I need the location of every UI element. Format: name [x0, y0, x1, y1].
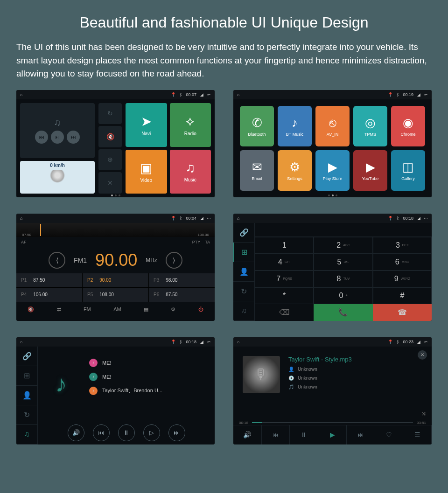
home-icon[interactable]: ⌂	[20, 92, 22, 97]
power-button[interactable]: ⏻	[198, 306, 203, 312]
progress-bar[interactable]	[252, 422, 413, 423]
next-button[interactable]: ⏭	[347, 425, 375, 444]
preset-p1[interactable]: P187.50	[16, 273, 82, 287]
mute-button[interactable]: 🔇	[98, 126, 122, 147]
prev-button[interactable]: ⏮	[35, 131, 48, 144]
link-tab[interactable]: 🔗	[233, 223, 254, 243]
recents-tab[interactable]: ↻	[16, 405, 37, 425]
preset-p2[interactable]: P290.00	[83, 273, 148, 287]
key-#[interactable]: #	[373, 287, 432, 304]
back-icon[interactable]: ⤺	[424, 92, 428, 97]
home-icon[interactable]: ⌂	[20, 340, 22, 344]
volume-button[interactable]: 🔊	[68, 424, 84, 441]
bluetooth-app[interactable]: ✆Bluetooth	[240, 106, 274, 146]
favorite-button[interactable]: ♡	[375, 425, 404, 444]
track-item[interactable]: ♪Taylor Swift、Brendon U...	[89, 387, 210, 395]
dial-end: 108.00	[198, 233, 209, 237]
key-5[interactable]: 5JKL	[314, 254, 372, 271]
call-button[interactable]: 📞	[314, 304, 372, 321]
refresh-button[interactable]: ↻	[98, 103, 122, 125]
preset-p4[interactable]: P4106.00	[16, 288, 82, 302]
video-app[interactable]: ▣Video	[126, 150, 167, 194]
scan-button[interactable]: ⇄	[57, 306, 61, 312]
home-icon[interactable]: ⌂	[237, 340, 239, 344]
key-4[interactable]: 4GHI	[255, 254, 314, 271]
music-app[interactable]: ♫Music	[170, 150, 211, 194]
close-button[interactable]: ✕	[418, 350, 427, 360]
fm-button[interactable]: FM	[84, 306, 91, 312]
eq-button[interactable]: ⚙	[171, 306, 175, 312]
next-button[interactable]: ⏭	[67, 131, 80, 144]
dialpad-tab[interactable]: ⊞	[16, 366, 37, 386]
avin-app[interactable]: ⎋AV_IN	[315, 106, 350, 146]
pause-button[interactable]: ⏸	[290, 425, 318, 444]
prev-button[interactable]: ⏮	[262, 425, 290, 444]
back-icon[interactable]: ⤺	[207, 216, 211, 221]
pty-toggle[interactable]: PTY	[192, 240, 201, 244]
radio-app[interactable]: ⟡Radio	[170, 103, 211, 147]
seek-down-button[interactable]: ⟨	[49, 252, 65, 269]
gallery-app[interactable]: ◫Gallery	[391, 150, 425, 191]
speed-widget[interactable]: 0 km/h	[20, 161, 95, 194]
pause-button[interactable]: ⏸	[118, 424, 135, 441]
key-2[interactable]: 2ABC	[314, 237, 372, 254]
hangup-button[interactable]: ☎	[373, 304, 432, 321]
frequency-dial[interactable]: 87.50 108.00	[16, 223, 215, 237]
play-button[interactable]: ▷	[143, 424, 160, 441]
home-icon[interactable]: ⌂	[20, 216, 22, 221]
media-widget[interactable]: ♫ ⏮ ⏯ ⏭	[20, 103, 95, 158]
back-icon[interactable]: ⤺	[424, 340, 428, 344]
tpms-app[interactable]: ◎TPMS	[353, 106, 387, 146]
contacts-tab[interactable]: 👤	[233, 262, 254, 282]
track-item[interactable]: ♪ME!	[89, 373, 210, 381]
am-button[interactable]: AM	[113, 306, 121, 312]
status-bar: ⌂ 📍ᛒ00:07◢⤺	[16, 90, 215, 99]
preset-p3[interactable]: P398.00	[149, 273, 215, 287]
key-9[interactable]: 9WXYZ	[373, 271, 432, 287]
youtube-app[interactable]: ▶YouTube	[353, 150, 387, 191]
close-button[interactable]: ✕	[98, 172, 122, 194]
navi-app[interactable]: ➤Navi	[126, 103, 167, 147]
music-tab[interactable]: ♫	[233, 301, 254, 321]
email-app[interactable]: ✉Email	[240, 150, 274, 191]
dialpad-tab[interactable]: ⊞	[233, 243, 254, 262]
play-pause-button[interactable]: ⏯	[51, 131, 64, 144]
music-tab[interactable]: ♫	[16, 425, 37, 444]
chrome-app[interactable]: ◉Chrome	[391, 106, 425, 146]
key-8[interactable]: 8TUV	[314, 271, 372, 287]
mute-button[interactable]: 🔇	[28, 306, 34, 312]
seek-up-button[interactable]: ⟩	[166, 252, 182, 269]
link-tab[interactable]: 🔗	[16, 347, 37, 366]
key-*[interactable]: *	[255, 287, 314, 304]
key-6[interactable]: 6MNO	[373, 254, 432, 271]
key-0[interactable]: 0+	[314, 287, 372, 304]
settings-app[interactable]: ⚙Settings	[278, 150, 312, 191]
prev-button[interactable]: ⏮	[93, 424, 110, 441]
btmusic-app[interactable]: ♪BT Music	[278, 106, 312, 146]
play-button[interactable]: ▶	[318, 425, 347, 444]
key-7[interactable]: 7PQRS	[255, 271, 314, 287]
ta-toggle[interactable]: TA	[205, 240, 210, 244]
af-toggle[interactable]: AF	[21, 240, 27, 244]
preset-p5[interactable]: P5108.00	[83, 288, 148, 302]
back-icon[interactable]: ⤺	[207, 340, 211, 344]
playlist-button[interactable]: ☰	[403, 425, 432, 444]
contacts-tab[interactable]: 👤	[16, 386, 37, 405]
home-launcher-screen: ⌂ 📍ᛒ00:07◢⤺ ♫ ⏮ ⏯ ⏭ 0 km/h	[16, 90, 215, 197]
back-icon[interactable]: ⤺	[207, 92, 211, 97]
key-3[interactable]: 3DEF	[373, 237, 432, 254]
brightness-button[interactable]: ⊕	[98, 149, 122, 171]
volume-button[interactable]: 🔊	[233, 425, 262, 444]
key-1[interactable]: 1	[255, 237, 314, 254]
shuffle-icon[interactable]: ⤨	[421, 410, 426, 417]
preset-p6[interactable]: P687.50	[149, 288, 215, 302]
playstore-app[interactable]: ▶Play Store	[315, 150, 350, 191]
back-icon[interactable]: ⤺	[424, 216, 428, 221]
home-icon[interactable]: ⌂	[237, 92, 239, 97]
home-icon[interactable]: ⌂	[237, 216, 239, 221]
track-item[interactable]: ♪ME!	[89, 359, 210, 367]
delete-button[interactable]: ⌫	[255, 304, 314, 321]
recents-tab[interactable]: ↻	[233, 282, 254, 301]
next-button[interactable]: ⏭	[168, 424, 185, 441]
list-button[interactable]: ▦	[144, 306, 148, 312]
